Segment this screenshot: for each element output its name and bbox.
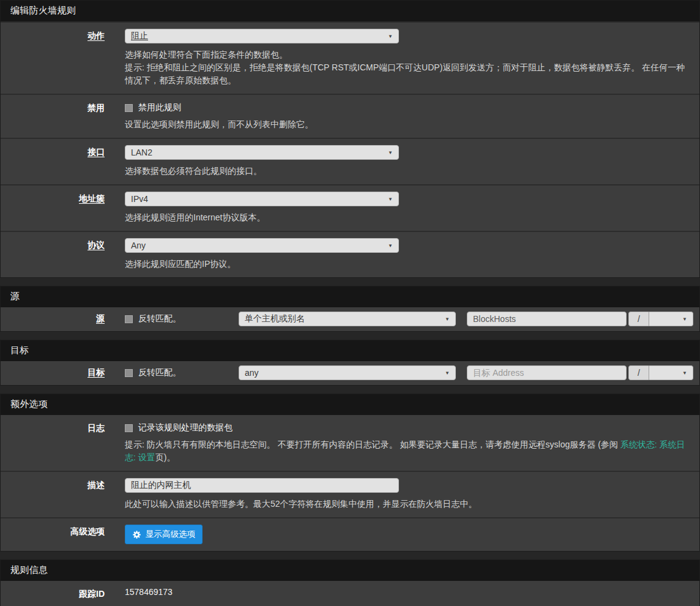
- destination-mask-separator: /: [628, 365, 649, 380]
- panel-edit-firewall-rule: 编辑防火墙规则 动作 阻止 ▼ 选择如何处理符合下面指定条件的数据包。 提示: …: [0, 0, 700, 278]
- source-label: 源: [1, 312, 105, 326]
- show-advanced-button-label: 显示高级选项: [146, 529, 195, 540]
- destination-type-select-value: any: [245, 368, 441, 378]
- chevron-down-icon: ▼: [682, 370, 687, 376]
- firewall-rule-edit-page: 编辑防火墙规则 动作 阻止 ▼ 选择如何处理符合下面指定条件的数据包。 提示: …: [0, 0, 700, 606]
- row-advanced-options: 高级选项: [1, 517, 699, 551]
- disable-rule-checkbox-label: 禁用此规则: [138, 102, 181, 113]
- action-select[interactable]: 阻止 ▼: [125, 29, 399, 43]
- source-mask-separator: /: [628, 312, 649, 326]
- panel-title-edit-firewall-rule: 编辑防火墙规则: [1, 1, 699, 21]
- chevron-down-icon: ▼: [388, 196, 393, 202]
- source-type-select[interactable]: 单个主机或别名 ▼: [239, 312, 456, 326]
- row-tracking-id: 跟踪ID 1578469173: [1, 581, 699, 606]
- interface-label: 接口: [1, 145, 105, 178]
- address-family-help: 选择此规则适用的Internet协议版本。: [125, 211, 693, 224]
- address-family-label: 地址簇: [1, 192, 105, 224]
- advanced-options-label: 高级选项: [1, 525, 105, 544]
- source-type-select-value: 单个主机或别名: [245, 313, 441, 324]
- action-label: 动作: [1, 29, 105, 87]
- panel-extra-options: 额外选项 日志 记录该规则处理的数据包 提示: 防火墙只有有限的本地日志空间。 …: [0, 394, 700, 552]
- source-invert-checkbox[interactable]: [125, 315, 133, 323]
- protocol-help: 选择此规则应匹配的IP协议。: [125, 258, 693, 271]
- row-action: 动作 阻止 ▼ 选择如何处理符合下面指定条件的数据包。 提示: 拒绝和阻止之间的…: [1, 21, 699, 94]
- disabled-help: 设置此选项则禁用此规则，而不从列表中删除它。: [125, 118, 693, 131]
- panel-destination: 目标 目标 反转匹配。 any ▼ / ▼: [0, 340, 700, 386]
- chevron-down-icon: ▼: [445, 316, 450, 322]
- log-packets-checkbox-label: 记录该规则处理的数据包: [138, 422, 233, 433]
- interface-select[interactable]: LAN2 ▼: [125, 145, 399, 160]
- chevron-down-icon: ▼: [682, 316, 687, 322]
- row-description: 描述 此处可以输入描述以供管理参考。最大52个字符将在规则集中使用，并显示在防火…: [1, 471, 699, 517]
- action-select-value: 阻止: [131, 31, 384, 42]
- destination-invert-label: 反转匹配。: [138, 367, 181, 378]
- panel-title-source: 源: [1, 286, 699, 307]
- row-destination: 目标 反转匹配。 any ▼ / ▼: [1, 361, 699, 385]
- action-help-1: 选择如何处理符合下面指定条件的数据包。: [125, 48, 693, 61]
- gear-icon: [132, 530, 141, 539]
- panel-title-destination: 目标: [1, 340, 699, 361]
- row-log: 日志 记录该规则处理的数据包 提示: 防火墙只有有限的本地日志空间。 不要打开所…: [1, 415, 699, 471]
- source-invert-label: 反转匹配。: [138, 313, 181, 324]
- protocol-select-value: Any: [131, 241, 384, 250]
- protocol-label: 协议: [1, 238, 105, 271]
- source-address-input[interactable]: [467, 312, 627, 326]
- address-family-select-value: IPv4: [131, 194, 384, 204]
- chevron-down-icon: ▼: [388, 150, 393, 155]
- description-help: 此处可以输入描述以供管理参考。最大52个字符将在规则集中使用，并显示在防火墙日志…: [125, 498, 693, 511]
- destination-invert-checkbox[interactable]: [125, 369, 133, 377]
- panel-rule-information: 规则信息 跟踪ID 1578469173 创建 1/8/20 15:39:33 …: [0, 559, 700, 606]
- destination-type-select[interactable]: any ▼: [239, 365, 456, 380]
- chevron-down-icon: ▼: [388, 243, 393, 249]
- tracking-id-label: 跟踪ID: [1, 587, 105, 600]
- row-address-family: 地址簇 IPv4 ▼ 选择此规则适用的Internet协议版本。: [1, 184, 699, 231]
- interface-select-value: LAN2: [131, 148, 384, 157]
- log-help: 提示: 防火墙只有有限的本地日志空间。 不要打开所有内容的日志记录。 如果要记录…: [125, 438, 693, 464]
- row-source: 源 反转匹配。 单个主机或别名 ▼ / ▼: [1, 307, 699, 331]
- source-mask-select[interactable]: ▼: [649, 312, 693, 326]
- destination-label: 目标: [1, 365, 105, 380]
- tracking-id-value: 1578469173: [125, 587, 693, 600]
- chevron-down-icon: ▼: [388, 34, 393, 39]
- row-disabled: 禁用 禁用此规则 设置此选项则禁用此规则，而不从列表中删除它。: [1, 94, 699, 138]
- description-label: 描述: [1, 478, 105, 511]
- destination-address-input[interactable]: [467, 365, 627, 380]
- interface-help: 选择数据包必须符合此规则的接口。: [125, 165, 693, 178]
- disable-rule-checkbox[interactable]: [125, 104, 133, 112]
- log-label: 日志: [1, 421, 105, 464]
- chevron-down-icon: ▼: [445, 370, 450, 376]
- panel-title-rule-information: 规则信息: [1, 560, 699, 581]
- log-packets-checkbox[interactable]: [125, 424, 133, 432]
- panel-title-extra-options: 额外选项: [1, 394, 699, 415]
- address-family-select[interactable]: IPv4 ▼: [125, 192, 399, 206]
- description-input[interactable]: [125, 478, 399, 493]
- show-advanced-button[interactable]: 显示高级选项: [125, 525, 203, 544]
- panel-source: 源 源 反转匹配。 单个主机或别名 ▼ / ▼: [0, 286, 700, 332]
- action-help-2: 提示: 拒绝和阻止之间的区别是，拒绝是将数据包(TCP RST或ICMP端口不可…: [125, 61, 693, 87]
- protocol-select[interactable]: Any ▼: [125, 238, 399, 253]
- disabled-label: 禁用: [1, 101, 105, 131]
- row-protocol: 协议 Any ▼ 选择此规则应匹配的IP协议。: [1, 231, 699, 277]
- destination-mask-select[interactable]: ▼: [649, 365, 693, 380]
- row-interface: 接口 LAN2 ▼ 选择数据包必须符合此规则的接口。: [1, 138, 699, 184]
